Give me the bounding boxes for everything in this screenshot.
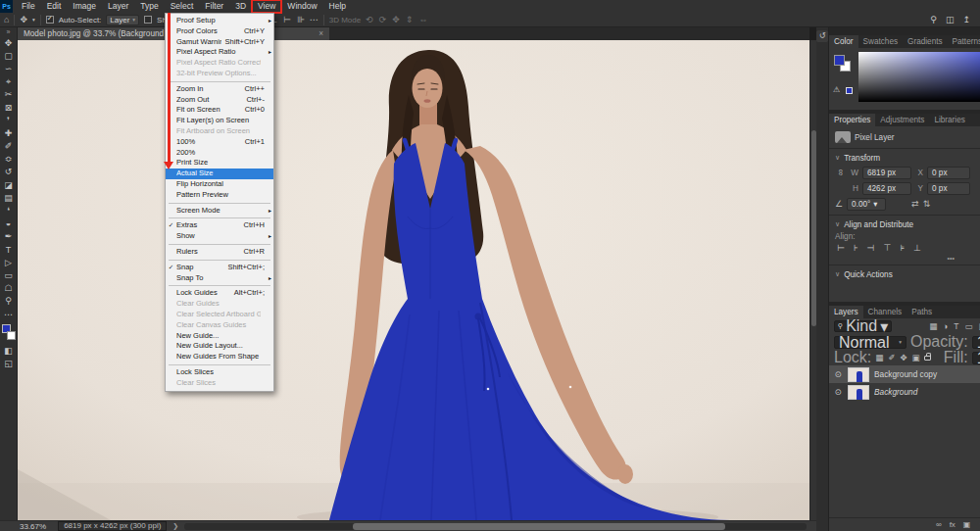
object-selection-tool[interactable]: ⌖ bbox=[0, 75, 18, 88]
fill-field[interactable]: 100% ▾ bbox=[972, 352, 980, 364]
home-icon[interactable]: ⌂ bbox=[4, 13, 9, 27]
layer-thumbnail[interactable] bbox=[848, 367, 869, 382]
type-tool[interactable]: T bbox=[0, 243, 18, 256]
view-menu-item[interactable]: 200% bbox=[166, 148, 273, 159]
auto-select-checkbox[interactable] bbox=[46, 16, 54, 24]
view-menu-item[interactable]: ✓ Snap Shift+Ctrl+; bbox=[166, 263, 273, 273]
gamut-warning-icon[interactable]: ⚠ bbox=[833, 85, 840, 94]
healing-brush-tool[interactable]: ✚ bbox=[0, 126, 18, 139]
menubar-item[interactable]: 3D bbox=[229, 0, 252, 13]
lock-position-icon[interactable]: ✥ bbox=[900, 353, 906, 362]
visibility-eye-icon[interactable]: ⊙ bbox=[833, 387, 843, 397]
align-left-edges-icon[interactable]: ⊢ bbox=[837, 243, 845, 253]
flip-horizontal-icon[interactable]: ⇄ bbox=[911, 199, 919, 209]
panel-tab[interactable]: Paths bbox=[906, 306, 937, 318]
eraser-tool[interactable]: ◪ bbox=[0, 178, 18, 191]
frame-tool[interactable]: ⊠ bbox=[0, 101, 18, 114]
path-selection-tool[interactable]: ▷ bbox=[0, 256, 18, 268]
color-gradient-field[interactable] bbox=[858, 52, 980, 102]
view-menu-item[interactable]: Print Size bbox=[166, 158, 273, 169]
dodge-tool[interactable]: ◒ bbox=[0, 217, 18, 230]
flip-vertical-icon[interactable]: ⇅ bbox=[923, 199, 931, 209]
angle-field[interactable]: 0.00° ▾ bbox=[847, 198, 886, 211]
foreground-color-swatch[interactable] bbox=[834, 55, 845, 66]
view-menu-item[interactable]: New Guide... bbox=[166, 331, 273, 342]
menubar-item[interactable]: Layer bbox=[102, 0, 134, 13]
lock-all-icon[interactable] bbox=[924, 356, 931, 361]
move-tool-icon[interactable]: ✥ bbox=[20, 13, 27, 27]
horizontal-scrollbar-handle[interactable] bbox=[353, 523, 726, 530]
view-menu-item[interactable]: Zoom Out Ctrl+- bbox=[166, 95, 273, 106]
pen-tool[interactable]: ✒ bbox=[0, 230, 18, 243]
quick-mask-button[interactable]: ◧ bbox=[0, 344, 18, 357]
canvas-photo[interactable] bbox=[18, 40, 809, 520]
view-menu-item[interactable]: Screen Mode ▸ bbox=[166, 206, 273, 217]
more-options-icon[interactable]: ⋯ bbox=[310, 13, 318, 27]
view-menu-item[interactable]: Clear Slices bbox=[166, 378, 273, 389]
view-menu-item[interactable] bbox=[166, 242, 273, 247]
align-right-edges-icon[interactable]: ⊣ bbox=[867, 243, 875, 253]
history-brush-tool[interactable]: ↺ bbox=[0, 166, 18, 178]
height-field[interactable]: 4262 px bbox=[862, 182, 911, 195]
layer-styles-icon[interactable]: fx bbox=[950, 520, 956, 529]
x-field[interactable]: 0 px bbox=[927, 167, 970, 179]
lock-paint-icon[interactable]: ✐ bbox=[888, 353, 895, 362]
view-menu-item[interactable]: Fit on Screen Ctrl+0 bbox=[166, 105, 273, 116]
panel-tab[interactable]: Libraries bbox=[929, 114, 969, 126]
add-mask-icon[interactable]: ▣ bbox=[963, 520, 971, 529]
quick-actions-section-header[interactable]: ∨ Quick Actions bbox=[829, 268, 980, 281]
view-menu-item[interactable]: Clear Guides bbox=[166, 299, 273, 310]
panel-tab[interactable]: Patterns bbox=[948, 35, 980, 48]
toolbar-expand-icon[interactable]: » bbox=[0, 27, 17, 36]
panel-tab[interactable]: Swatches bbox=[858, 35, 904, 48]
menubar-item[interactable]: Select bbox=[165, 0, 200, 13]
view-menu-item[interactable]: New Guide Layout... bbox=[166, 341, 273, 352]
layer-thumbnail[interactable] bbox=[848, 385, 869, 400]
view-menu-item[interactable]: Gamut Warning Shift+Ctrl+Y bbox=[166, 37, 273, 48]
view-menu-item[interactable]: Fit Layer(s) on Screen bbox=[166, 116, 273, 126]
marquee-tool[interactable]: ▢ bbox=[0, 49, 18, 62]
menubar-item[interactable]: Help bbox=[323, 0, 352, 13]
view-menu-item[interactable]: Lock Guides Alt+Ctrl+; bbox=[166, 288, 273, 299]
view-menu-item[interactable] bbox=[166, 258, 273, 263]
panel-tab[interactable]: Properties bbox=[829, 114, 875, 126]
view-menu-item[interactable]: Snap To ▸ bbox=[166, 273, 273, 284]
blur-tool[interactable]: ❛ bbox=[0, 204, 18, 217]
filter-pixel-layers-icon[interactable]: ▦ bbox=[929, 321, 937, 331]
zoom-tool[interactable]: ⚲ bbox=[0, 295, 18, 308]
view-menu-item[interactable]: Zoom In Ctrl++ bbox=[166, 84, 273, 95]
link-layers-icon[interactable]: ∞ bbox=[936, 520, 942, 529]
view-menu-item[interactable] bbox=[166, 79, 273, 84]
panel-tab[interactable]: Adjustments bbox=[875, 114, 929, 126]
align-v-centers-icon[interactable]: ⊧ bbox=[900, 243, 905, 253]
menubar-item[interactable]: View bbox=[252, 0, 281, 13]
view-menu-item[interactable]: New Guides From Shape bbox=[166, 352, 273, 362]
panel-tab[interactable]: Gradients bbox=[903, 35, 948, 48]
link-dimensions-icon[interactable]: ∞ bbox=[836, 167, 846, 178]
view-menu-item[interactable] bbox=[166, 216, 273, 220]
menubar-item[interactable]: File bbox=[16, 0, 41, 13]
search-icon[interactable]: ⚲ bbox=[930, 15, 937, 24]
view-menu-item[interactable]: 100% Ctrl+1 bbox=[166, 137, 273, 148]
lock-transparency-icon[interactable]: ▦ bbox=[875, 353, 883, 362]
history-panel-icon[interactable]: ↺ bbox=[816, 30, 828, 42]
chevron-down-icon[interactable]: ▾ bbox=[32, 13, 35, 27]
view-menu-item[interactable]: Fit Artboard on Screen bbox=[166, 126, 273, 137]
align-bottom-edges-icon[interactable]: ⊥ bbox=[913, 243, 921, 253]
panel-tab[interactable]: Color bbox=[829, 35, 858, 48]
menubar-item[interactable]: Filter bbox=[199, 0, 229, 13]
view-menu-item[interactable]: Clear Canvas Guides bbox=[166, 320, 273, 331]
horizontal-scrollbar[interactable] bbox=[184, 523, 807, 530]
view-menu-item[interactable]: Flip Horizontal bbox=[166, 179, 273, 190]
menubar-item[interactable]: Type bbox=[134, 0, 164, 13]
opacity-field[interactable]: 100% ▾ bbox=[972, 336, 980, 349]
layer-row[interactable]: ⊙ Background copy bbox=[829, 365, 980, 383]
menubar-item[interactable]: Window bbox=[281, 0, 322, 13]
zoom-level-field[interactable]: 33.67% bbox=[20, 522, 46, 531]
view-menu-item[interactable]: Pattern Preview bbox=[166, 190, 273, 201]
view-menu-item[interactable]: Rulers Ctrl+R bbox=[166, 247, 273, 258]
layer-filter-dropdown[interactable]: ⚲ Kind ▾ bbox=[834, 320, 892, 332]
rectangle-tool[interactable]: ▭ bbox=[0, 268, 18, 281]
view-menu-item[interactable]: Pixel Aspect Ratio Correction bbox=[166, 58, 273, 69]
brush-tool[interactable]: ✐ bbox=[0, 140, 18, 153]
